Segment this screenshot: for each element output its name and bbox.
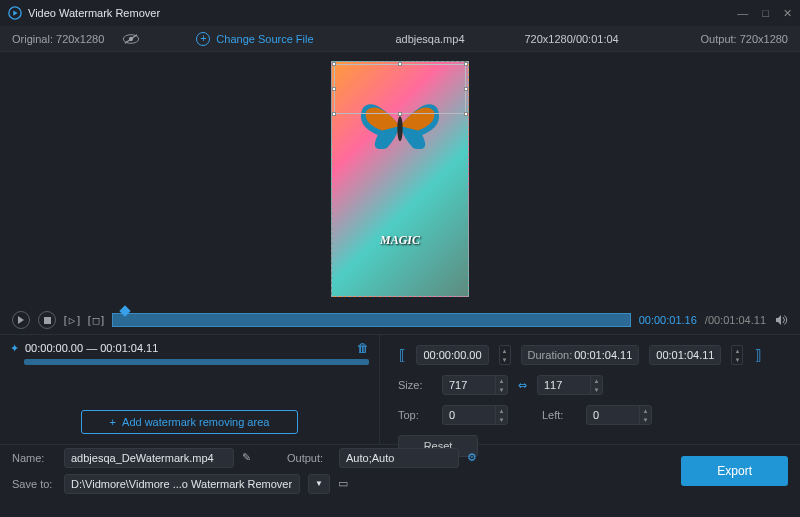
add-watermark-label: Add watermark removing area [122, 416, 269, 428]
start-time-field[interactable]: 00:00:00.00 [416, 345, 488, 365]
delete-watermark-button[interactable]: 🗑 [357, 341, 369, 355]
close-button[interactable]: ✕ [783, 7, 792, 20]
export-button[interactable]: Export [681, 456, 788, 486]
duration-field[interactable]: Duration:00:01:04.11 [521, 345, 640, 365]
change-source-button[interactable]: + Change Source File [196, 32, 313, 46]
volume-icon[interactable] [774, 313, 788, 327]
top-label: Top: [398, 409, 432, 421]
app-logo-icon [8, 6, 22, 20]
end-time-field[interactable]: 00:01:04.11 [649, 345, 721, 365]
plus-icon: + [110, 416, 116, 428]
total-time: /00:01:04.11 [705, 314, 766, 326]
frame-forward-button[interactable]: [□] [88, 312, 104, 328]
spin-down[interactable]: ▼ [732, 355, 742, 364]
video-overlay-text: MAGIC [380, 233, 420, 248]
watermark-track[interactable] [24, 359, 369, 365]
video-frame[interactable]: MAGIC [331, 61, 469, 297]
title-bar: Video Watermark Remover — □ ✕ [0, 0, 800, 26]
seek-bar[interactable] [112, 313, 631, 327]
output-name-field[interactable]: adbjesqa_DeWatermark.mp4 [64, 448, 234, 468]
window-title: Video Watermark Remover [28, 7, 737, 19]
spin-down[interactable]: ▼ [591, 385, 602, 394]
frame-back-button[interactable]: [▷] [64, 312, 80, 328]
svg-line-3 [125, 34, 137, 43]
resolution-duration: 720x1280/00:01:04 [525, 33, 619, 45]
svg-point-4 [397, 116, 402, 141]
spin-up[interactable]: ▲ [640, 406, 651, 415]
name-label: Name: [12, 452, 56, 464]
minimize-button[interactable]: — [737, 7, 748, 20]
current-filename: adbjesqa.mp4 [395, 33, 464, 45]
range-end-bracket[interactable]: ⟧ [753, 347, 761, 363]
open-folder-button[interactable]: ▭ [338, 477, 348, 490]
properties-panel: ⟦ 00:00:00.00 ▲▼ Duration:00:01:04.11 00… [380, 335, 800, 444]
top-toolbar: Original: 720x1280 + Change Source File … [0, 26, 800, 52]
range-start-bracket[interactable]: ⟦ [398, 347, 406, 363]
playhead-icon[interactable] [119, 305, 130, 316]
play-button[interactable] [12, 311, 30, 329]
output-label: Output: [287, 452, 331, 464]
change-source-label: Change Source File [216, 33, 313, 45]
watermark-selection-box[interactable] [334, 64, 466, 114]
watermark-list-panel: ✦ 00:00:00.00 — 00:01:04.11 🗑 + Add wate… [0, 335, 380, 444]
width-field[interactable]: ▲▼ [442, 375, 508, 395]
output-resolution-label: Output: 720x1280 [701, 33, 788, 45]
plus-icon: + [196, 32, 210, 46]
saveto-label: Save to: [12, 478, 56, 490]
preview-toggle-icon[interactable] [122, 33, 140, 45]
add-watermark-area-button[interactable]: + Add watermark removing area [81, 410, 299, 434]
watermark-time-range: 00:00:00.00 — 00:01:04.11 [25, 342, 351, 354]
left-field[interactable]: ▲▼ [586, 405, 652, 425]
stop-button[interactable] [38, 311, 56, 329]
spin-up[interactable]: ▲ [591, 376, 602, 385]
spin-down[interactable]: ▼ [496, 385, 507, 394]
spin-up[interactable]: ▲ [732, 346, 742, 355]
spin-down[interactable]: ▼ [500, 355, 510, 364]
output-settings-button[interactable]: ⚙ [467, 451, 477, 464]
saveto-field[interactable]: D:\Vidmore\Vidmore ...o Watermark Remove… [64, 474, 300, 494]
playback-controls: [▷] [□] 00:00:01.16/00:01:04.11 [0, 306, 800, 334]
spin-up[interactable]: ▲ [500, 346, 510, 355]
top-field[interactable]: ▲▼ [442, 405, 508, 425]
height-field[interactable]: ▲▼ [537, 375, 603, 395]
spin-up[interactable]: ▲ [496, 376, 507, 385]
original-resolution-label: Original: 720x1280 [12, 33, 104, 45]
spin-down[interactable]: ▼ [496, 415, 507, 424]
svg-rect-5 [44, 317, 51, 324]
spin-up[interactable]: ▲ [496, 406, 507, 415]
current-time: 00:00:01.16 [639, 314, 697, 326]
aspect-lock-icon[interactable]: ⇔ [518, 379, 527, 392]
edit-name-icon[interactable]: ✎ [242, 451, 251, 464]
spin-down[interactable]: ▼ [640, 415, 651, 424]
maximize-button[interactable]: □ [762, 7, 769, 20]
watermark-icon: ✦ [10, 342, 19, 355]
saveto-dropdown[interactable]: ▼ [308, 474, 330, 494]
watermark-segment-row[interactable]: ✦ 00:00:00.00 — 00:01:04.11 🗑 [10, 341, 369, 355]
video-preview: MAGIC [0, 52, 800, 306]
left-label: Left: [542, 409, 576, 421]
output-format-field[interactable]: Auto;Auto [339, 448, 459, 468]
size-label: Size: [398, 379, 432, 391]
